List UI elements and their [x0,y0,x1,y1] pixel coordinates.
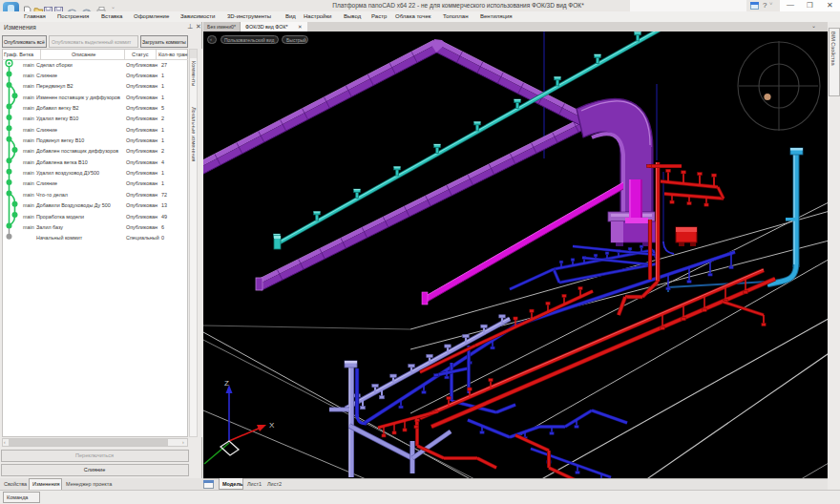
svg-text:Z: Z [224,379,229,388]
svg-text:X: X [269,421,275,430]
